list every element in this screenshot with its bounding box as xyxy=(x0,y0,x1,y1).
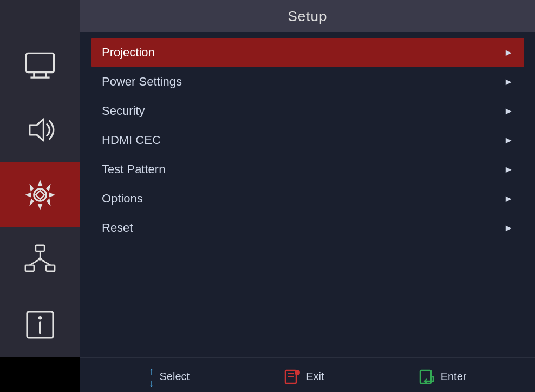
svg-rect-9 xyxy=(46,265,55,271)
menu-item-hdmi-cec[interactable]: HDMI CEC ► xyxy=(91,126,524,155)
chevron-right-icon: ► xyxy=(504,193,513,205)
menu-item-projection[interactable]: Projection ► xyxy=(91,38,524,67)
svg-point-20 xyxy=(295,370,300,375)
sidebar-item-display[interactable] xyxy=(0,32,80,97)
sidebar xyxy=(0,32,80,357)
chevron-right-icon: ► xyxy=(504,164,513,175)
svg-line-11 xyxy=(30,259,40,265)
svg-rect-7 xyxy=(36,245,44,251)
svg-line-12 xyxy=(40,259,50,265)
menu-item-power-settings[interactable]: Power Settings ► xyxy=(91,67,524,96)
arrow-updown-icon: ↑ ↓ xyxy=(149,365,154,388)
menu-content: Projection ► Power Settings ► Security ►… xyxy=(80,32,535,357)
menu-item-security-label: Security xyxy=(102,104,145,118)
menu-item-reset[interactable]: Reset ► xyxy=(91,213,524,243)
setup-icon xyxy=(23,178,57,212)
page-title: Setup xyxy=(288,8,328,25)
sidebar-item-network[interactable] xyxy=(0,227,80,292)
menu-item-testpattern-label: Test Pattern xyxy=(102,162,165,177)
footer-select: ↑ ↓ Select xyxy=(149,365,190,388)
sidebar-item-info[interactable] xyxy=(0,292,80,357)
footer-exit: Exit xyxy=(283,369,324,384)
menu-item-reset-label: Reset xyxy=(102,221,133,235)
footer-enter-label: Enter xyxy=(441,370,467,383)
network-icon xyxy=(23,243,57,277)
chevron-right-icon: ► xyxy=(504,106,513,117)
svg-marker-4 xyxy=(30,119,44,141)
sidebar-item-setup[interactable] xyxy=(0,162,80,227)
menu-item-options[interactable]: Options ► xyxy=(91,184,524,213)
info-icon xyxy=(23,308,57,342)
svg-point-13 xyxy=(38,257,42,260)
main-area: Projection ► Power Settings ► Security ►… xyxy=(0,32,535,357)
footer-select-label: Select xyxy=(160,370,190,383)
chevron-right-icon: ► xyxy=(504,223,513,234)
svg-marker-6 xyxy=(36,191,44,199)
svg-point-16 xyxy=(38,316,42,319)
menu-item-hdmicec-label: HDMI CEC xyxy=(102,133,161,147)
menu-item-security[interactable]: Security ► xyxy=(91,96,524,126)
menu-item-power-label: Power Settings xyxy=(102,75,182,89)
display-icon xyxy=(23,48,57,82)
menu-item-options-label: Options xyxy=(102,192,143,206)
footer-exit-label: Exit xyxy=(306,370,324,383)
chevron-right-icon: ► xyxy=(504,76,513,88)
chevron-right-icon: ► xyxy=(504,47,513,58)
menu-item-test-pattern[interactable]: Test Pattern ► xyxy=(91,155,524,184)
enter-icon xyxy=(418,369,435,384)
svg-rect-0 xyxy=(26,53,54,72)
exit-icon xyxy=(283,369,301,384)
menu-item-projection-label: Projection xyxy=(102,45,155,60)
screen: Setup xyxy=(0,0,535,392)
sidebar-item-audio[interactable] xyxy=(0,97,80,162)
audio-icon xyxy=(23,113,57,147)
chevron-right-icon: ► xyxy=(504,135,513,146)
svg-rect-8 xyxy=(25,265,34,271)
footer-enter: Enter xyxy=(418,369,467,384)
